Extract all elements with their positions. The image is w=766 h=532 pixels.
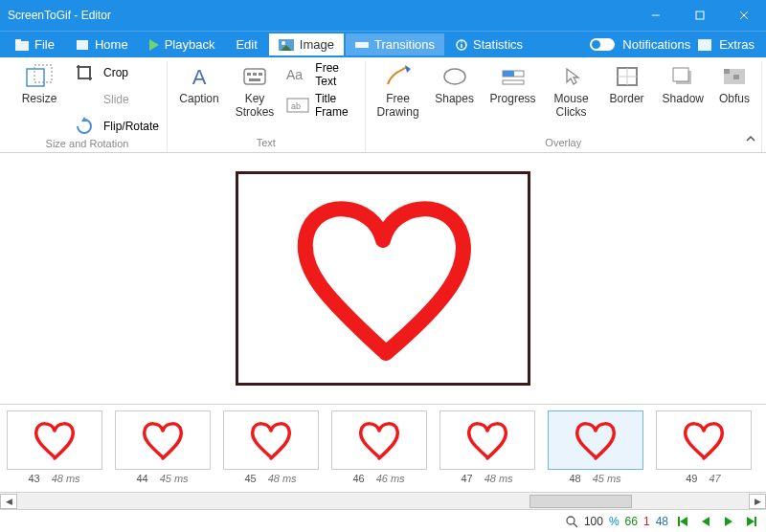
svg-rect-15	[698, 39, 711, 51]
status-blue: 48	[656, 515, 668, 528]
svg-marker-28	[405, 65, 411, 73]
tab-statistics-label: Statistics	[473, 37, 523, 52]
freedrawing-button[interactable]: Free Drawing	[373, 61, 423, 122]
svg-rect-21	[247, 73, 251, 76]
status-green: 66	[625, 515, 638, 528]
extras-icon	[698, 39, 711, 51]
zoom-pct: %	[609, 515, 620, 528]
tab-edit-label: Edit	[236, 37, 257, 52]
progress-button[interactable]: Progress	[486, 61, 540, 107]
tab-image[interactable]: Image	[269, 33, 344, 55]
thumbnail-number: 43	[28, 473, 39, 484]
mouseclicks-label: Mouse Clicks	[554, 92, 589, 120]
scroll-right-button[interactable]: ▶	[749, 494, 766, 509]
thumbnail-frame[interactable]: 4646 ms	[325, 409, 433, 492]
svg-point-41	[567, 517, 574, 524]
scroll-handle[interactable]	[529, 495, 632, 508]
nav-prev-button[interactable]	[697, 514, 714, 529]
thumbnail-frame[interactable]: 4348 ms	[0, 409, 108, 492]
ribbon-group-overlay: Free Drawing Shapes Progress Mouse Click…	[366, 61, 762, 152]
thumbnail-scrollbar[interactable]: ◀ ▶	[0, 492, 766, 509]
svg-rect-39	[724, 69, 730, 74]
extras-label[interactable]: Extras	[719, 37, 755, 52]
thumbnail-image	[331, 410, 427, 470]
ribbon-collapse-button[interactable]	[745, 133, 756, 146]
thumbnail-number: 48	[569, 473, 580, 484]
titleframe-button[interactable]: ab Title Frame	[286, 92, 357, 119]
tab-statistics[interactable]: Statistics	[446, 33, 532, 55]
svg-marker-47	[747, 517, 755, 526]
scroll-left-button[interactable]: ◀	[0, 494, 17, 509]
shapes-button[interactable]: Shapes	[431, 61, 479, 107]
fliprotate-icon	[71, 115, 98, 138]
image-icon	[279, 39, 294, 51]
thumbnail-frame[interactable]: 4445 ms	[108, 409, 216, 492]
thumbnail-duration: 45 ms	[593, 473, 621, 484]
mouseclicks-button[interactable]: Mouse Clicks	[548, 61, 596, 122]
tab-file-label: File	[34, 37, 55, 52]
border-label: Border	[610, 92, 644, 105]
ribbon-group-size: Resize Crop Slide Flip/Rotate Size and R…	[8, 61, 168, 152]
tab-transitions[interactable]: Transitions	[346, 33, 444, 55]
transitions-icon	[355, 39, 369, 51]
heart-drawing	[259, 183, 507, 374]
thumbnail-frame[interactable]: 4947	[649, 409, 757, 492]
svg-point-14	[461, 41, 462, 43]
titleframe-icon: ab	[286, 94, 309, 117]
notifications-label: Notifications	[622, 37, 690, 52]
svg-rect-32	[503, 80, 524, 84]
tab-home[interactable]: Home	[66, 33, 138, 55]
thumbnail-duration: 48 ms	[268, 473, 297, 484]
freetext-button[interactable]: Aa Free Text	[286, 61, 357, 88]
titlebar: ScreenToGif - Editor	[0, 0, 766, 31]
nav-next-button[interactable]	[720, 514, 737, 529]
resize-button[interactable]: Resize	[15, 61, 63, 107]
tab-edit[interactable]: Edit	[226, 33, 266, 55]
crop-button[interactable]: Crop	[71, 61, 128, 84]
nav-last-button[interactable]	[743, 514, 760, 529]
scroll-track[interactable]	[17, 494, 749, 509]
progress-label: Progress	[490, 92, 536, 105]
crop-icon	[71, 61, 98, 84]
thumbnail-duration: 45 ms	[160, 473, 189, 484]
svg-marker-46	[725, 517, 732, 526]
svg-rect-16	[27, 69, 44, 86]
ribbon: Resize Crop Slide Flip/Rotate Size and R…	[0, 57, 766, 153]
thumbnail-frame[interactable]: 4845 ms	[541, 409, 649, 492]
slide-icon	[71, 88, 98, 111]
svg-rect-6	[77, 40, 88, 50]
maximize-button[interactable]	[678, 0, 722, 31]
svg-text:ab: ab	[291, 101, 301, 111]
caption-button[interactable]: A Caption	[175, 61, 223, 107]
svg-rect-23	[259, 73, 262, 76]
zoom-value: 100	[584, 515, 603, 528]
thumbnail-number: 47	[461, 473, 472, 484]
caption-label: Caption	[179, 92, 218, 105]
close-button[interactable]	[722, 0, 766, 31]
tab-file[interactable]: File	[6, 33, 64, 55]
fliprotate-button[interactable]: Flip/Rotate	[71, 115, 159, 138]
nav-first-button[interactable]	[674, 514, 691, 529]
canvas-area	[0, 153, 766, 404]
thumbnail-image	[115, 410, 211, 470]
notifications-toggle[interactable]	[590, 38, 615, 51]
tab-image-label: Image	[300, 37, 334, 52]
play-icon	[149, 39, 159, 51]
minimize-button[interactable]	[634, 0, 678, 31]
thumbnail-duration: 47	[710, 473, 721, 484]
canvas-frame[interactable]	[236, 171, 530, 386]
resize-label: Resize	[22, 92, 57, 105]
status-red: 1	[643, 515, 650, 528]
shadow-button[interactable]: Shadow	[659, 61, 708, 107]
svg-marker-7	[149, 39, 159, 51]
thumbnail-number: 45	[244, 473, 256, 484]
tab-home-label: Home	[95, 37, 128, 52]
border-button[interactable]: Border	[603, 61, 651, 107]
svg-rect-11	[355, 42, 369, 48]
thumbnail-frame[interactable]: 4548 ms	[216, 409, 325, 492]
group-size-label: Size and Rotation	[46, 138, 129, 151]
tab-playback[interactable]: Playback	[140, 33, 225, 55]
obfuscate-button[interactable]: Obfus	[715, 61, 754, 107]
keystrokes-button[interactable]: Key Strokes	[231, 61, 279, 122]
thumbnail-frame[interactable]: 4748 ms	[433, 409, 541, 492]
